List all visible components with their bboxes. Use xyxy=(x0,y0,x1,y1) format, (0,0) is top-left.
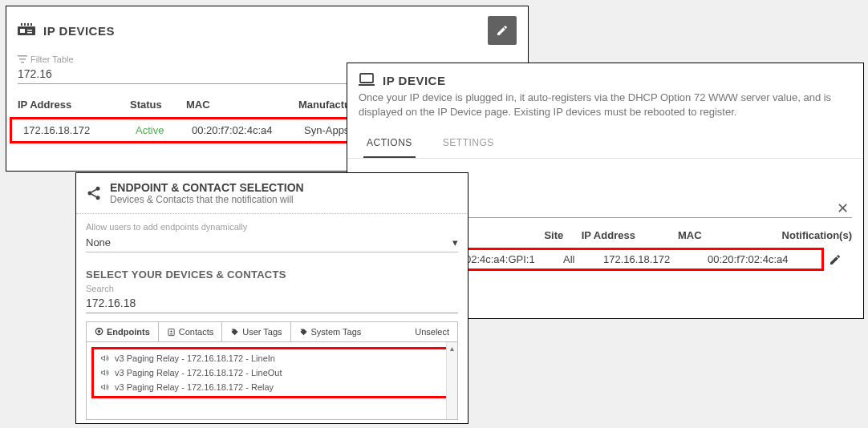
device-tabs: ACTIONS SETTINGS xyxy=(347,129,863,159)
col-notifications: Notification(s) xyxy=(782,229,852,241)
svg-point-16 xyxy=(96,187,100,191)
cell-site: All xyxy=(563,253,603,265)
allow-label: Allow users to add endpoints dynamically xyxy=(76,214,468,232)
list-item[interactable]: v3 Paging Relay - 172.16.18.172 - Relay xyxy=(97,380,447,394)
svg-rect-11 xyxy=(360,74,373,83)
svg-rect-4 xyxy=(21,23,22,26)
allow-value: None xyxy=(86,236,111,248)
tab-settings[interactable]: SETTINGS xyxy=(440,129,497,158)
tag-icon xyxy=(299,328,308,337)
col-mac: MAC xyxy=(678,229,782,241)
svg-rect-1 xyxy=(20,29,25,33)
tab-system-tags[interactable]: System Tags xyxy=(291,322,370,341)
search-label: Search xyxy=(86,284,458,293)
ip-devices-header: IP DEVICES xyxy=(6,6,528,55)
tab-user-tags[interactable]: User Tags xyxy=(222,322,290,341)
col-site: Site xyxy=(544,229,581,241)
clear-icon[interactable]: ✕ xyxy=(834,200,852,217)
speaker-icon xyxy=(100,382,110,392)
contact-icon xyxy=(167,328,176,337)
endpoint-icon: ⦿ xyxy=(95,327,103,337)
tag-icon xyxy=(230,328,239,337)
svg-rect-3 xyxy=(27,32,32,34)
panel-subtitle: Devices & Contacts that the notification… xyxy=(110,194,304,205)
col-ip: IP Address xyxy=(18,99,130,111)
cell-status: Active xyxy=(136,124,192,136)
list-item[interactable]: v3 Paging Relay - 172.16.18.172 - LineIn xyxy=(97,351,447,365)
tab-endpoints[interactable]: ⦿ Endpoints xyxy=(87,322,159,341)
svg-rect-8 xyxy=(18,55,27,57)
scroll-up-icon[interactable]: ▴ xyxy=(447,342,457,353)
svg-rect-12 xyxy=(359,84,375,86)
cell-mac: 00:20:f7:02:4c:a4 xyxy=(708,253,820,265)
svg-rect-9 xyxy=(19,59,26,60)
share-icon xyxy=(86,185,102,201)
select-title: SELECT YOUR DEVICES & CONTACTS xyxy=(76,252,468,282)
chip-icon xyxy=(18,23,35,38)
svg-rect-2 xyxy=(27,30,32,31)
svg-point-20 xyxy=(170,330,172,332)
col-status: Status xyxy=(130,99,186,111)
cell-mac: 00:20:f7:02:4c:a4 xyxy=(192,124,304,136)
svg-rect-6 xyxy=(27,23,29,26)
chevron-down-icon: ▾ xyxy=(452,236,458,248)
edit-button[interactable] xyxy=(488,16,517,45)
tab-contacts[interactable]: Contacts xyxy=(159,322,222,341)
ip-device-header: IP DEVICE xyxy=(347,63,863,91)
speaker-icon xyxy=(100,368,110,378)
col-mac: MAC xyxy=(186,99,298,111)
device-icon xyxy=(359,73,375,87)
scrollbar[interactable]: ▴ xyxy=(446,342,457,419)
svg-rect-7 xyxy=(30,23,32,26)
svg-point-18 xyxy=(96,196,100,200)
svg-rect-5 xyxy=(24,23,26,26)
list-item[interactable]: v3 Paging Relay - 172.16.18.172 - LineOu… xyxy=(97,365,447,380)
endpoint-selection-panel: ENDPOINT & CONTACT SELECTION Devices & C… xyxy=(75,172,468,424)
search-input[interactable] xyxy=(86,295,458,313)
page-title: IP DEVICES xyxy=(43,24,115,38)
svg-point-17 xyxy=(88,192,92,196)
selection-tabs: ⦿ Endpoints Contacts User Tags System Ta… xyxy=(86,321,458,342)
panel-title: IP DEVICE xyxy=(383,74,445,87)
tab-actions[interactable]: ACTIONS xyxy=(363,129,416,158)
col-ip: IP Address xyxy=(582,229,678,241)
unselect-button[interactable]: Unselect xyxy=(407,322,457,341)
svg-rect-10 xyxy=(21,62,24,63)
speaker-icon xyxy=(100,353,110,363)
edit-row-button[interactable] xyxy=(824,253,852,266)
panel-title: ENDPOINT & CONTACT SELECTION xyxy=(110,181,304,194)
panel-description: Once your IP device is plugged in, it au… xyxy=(347,91,863,129)
endpoint-list: v3 Paging Relay - 172.16.18.172 - LineIn… xyxy=(86,342,458,420)
cell-ip: 172.16.18.172 xyxy=(23,124,136,136)
allow-dropdown[interactable]: None ▾ xyxy=(86,233,458,252)
filter-icon xyxy=(18,55,27,63)
endpoint-header: ENDPOINT & CONTACT SELECTION Devices & C… xyxy=(76,173,468,214)
cell-ip: 172.16.18.172 xyxy=(603,253,708,265)
